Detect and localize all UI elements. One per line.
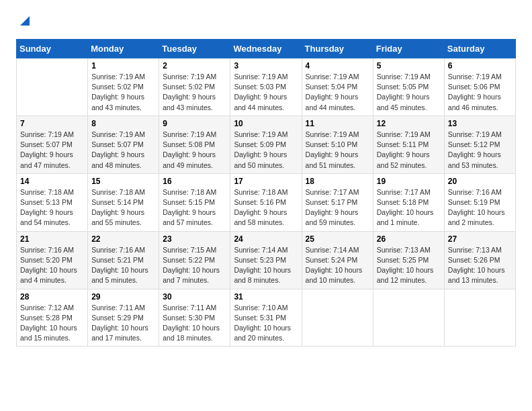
daylight-text: Daylight: 9 hours and 49 minutes. bbox=[163, 150, 216, 169]
sunrise-text: Sunrise: 7:19 AM bbox=[448, 130, 502, 138]
daylight-text: Daylight: 9 hours and 58 minutes. bbox=[234, 208, 287, 226]
sunrise-text: Sunrise: 7:19 AM bbox=[377, 73, 431, 81]
sunrise-text: Sunrise: 7:16 AM bbox=[91, 246, 145, 254]
day-number: 31 bbox=[234, 292, 298, 302]
calendar-cell: 9 Sunrise: 7:19 AM Sunset: 5:08 PM Dayli… bbox=[159, 116, 230, 173]
day-number: 17 bbox=[234, 177, 298, 186]
sunrise-text: Sunrise: 7:17 AM bbox=[306, 188, 359, 196]
calendar-week-row: 1 Sunrise: 7:19 AM Sunset: 5:02 PM Dayli… bbox=[17, 58, 516, 116]
day-number: 6 bbox=[448, 61, 512, 71]
day-info: Sunrise: 7:16 AM Sunset: 5:21 PM Dayligh… bbox=[91, 245, 155, 286]
page: SundayMondayTuesdayWednesdayThursdayFrid… bbox=[0, 0, 532, 357]
calendar-col-wednesday: Wednesday bbox=[230, 40, 302, 58]
sunrise-text: Sunrise: 7:15 AM bbox=[163, 246, 216, 254]
day-info: Sunrise: 7:19 AM Sunset: 5:04 PM Dayligh… bbox=[306, 72, 369, 113]
calendar-cell: 8 Sunrise: 7:19 AM Sunset: 5:07 PM Dayli… bbox=[88, 116, 159, 173]
daylight-text: Daylight: 10 hours and 7 minutes. bbox=[163, 266, 220, 284]
day-info: Sunrise: 7:19 AM Sunset: 5:07 PM Dayligh… bbox=[91, 130, 155, 171]
daylight-text: Daylight: 10 hours and 1 minute. bbox=[377, 208, 434, 226]
sunset-text: Sunset: 5:03 PM bbox=[234, 83, 286, 91]
daylight-text: Daylight: 9 hours and 44 minutes. bbox=[306, 93, 359, 111]
day-number: 30 bbox=[163, 292, 226, 302]
daylight-text: Daylight: 9 hours and 44 minutes. bbox=[234, 93, 287, 111]
sunset-text: Sunset: 5:22 PM bbox=[163, 256, 215, 264]
calendar-cell: 14 Sunrise: 7:18 AM Sunset: 5:13 PM Dayl… bbox=[17, 173, 88, 231]
sunset-text: Sunset: 5:16 PM bbox=[234, 198, 286, 206]
calendar-week-row: 14 Sunrise: 7:18 AM Sunset: 5:13 PM Dayl… bbox=[17, 173, 516, 231]
calendar-week-row: 7 Sunrise: 7:19 AM Sunset: 5:07 PM Dayli… bbox=[17, 116, 516, 173]
header bbox=[16, 13, 516, 28]
daylight-text: Daylight: 9 hours and 54 minutes. bbox=[20, 208, 73, 226]
daylight-text: Daylight: 10 hours and 4 minutes. bbox=[20, 266, 77, 284]
calendar-cell: 28 Sunrise: 7:12 AM Sunset: 5:28 PM Dayl… bbox=[17, 289, 88, 347]
day-number: 29 bbox=[91, 292, 155, 302]
day-number: 5 bbox=[377, 61, 441, 71]
calendar-col-thursday: Thursday bbox=[302, 40, 373, 58]
sunset-text: Sunset: 5:24 PM bbox=[306, 256, 358, 264]
calendar-week-row: 21 Sunrise: 7:16 AM Sunset: 5:20 PM Dayl… bbox=[17, 231, 516, 289]
sunset-text: Sunset: 5:31 PM bbox=[234, 314, 286, 322]
sunrise-text: Sunrise: 7:11 AM bbox=[91, 304, 145, 312]
sunrise-text: Sunrise: 7:13 AM bbox=[377, 246, 431, 254]
day-number: 4 bbox=[306, 61, 369, 71]
sunrise-text: Sunrise: 7:12 AM bbox=[20, 304, 74, 312]
sunrise-text: Sunrise: 7:11 AM bbox=[163, 304, 216, 312]
logo bbox=[16, 13, 34, 28]
sunset-text: Sunset: 5:02 PM bbox=[91, 83, 144, 91]
day-number: 16 bbox=[163, 177, 226, 186]
calendar-cell: 5 Sunrise: 7:19 AM Sunset: 5:05 PM Dayli… bbox=[373, 58, 444, 116]
day-number: 7 bbox=[20, 119, 84, 128]
sunrise-text: Sunrise: 7:18 AM bbox=[91, 188, 145, 196]
day-number: 20 bbox=[448, 177, 512, 186]
calendar-cell bbox=[444, 289, 515, 347]
sunset-text: Sunset: 5:07 PM bbox=[91, 140, 144, 148]
day-info: Sunrise: 7:19 AM Sunset: 5:09 PM Dayligh… bbox=[234, 130, 298, 171]
day-info: Sunrise: 7:18 AM Sunset: 5:13 PM Dayligh… bbox=[20, 187, 84, 228]
daylight-text: Daylight: 10 hours and 17 minutes. bbox=[91, 324, 148, 342]
day-number: 25 bbox=[306, 234, 369, 244]
daylight-text: Daylight: 9 hours and 45 minutes. bbox=[377, 93, 430, 111]
calendar-cell: 18 Sunrise: 7:17 AM Sunset: 5:17 PM Dayl… bbox=[302, 173, 373, 231]
day-number: 9 bbox=[163, 119, 226, 128]
sunset-text: Sunset: 5:25 PM bbox=[377, 256, 429, 264]
daylight-text: Daylight: 9 hours and 47 minutes. bbox=[20, 150, 73, 169]
daylight-text: Daylight: 10 hours and 20 minutes. bbox=[234, 324, 291, 342]
sunset-text: Sunset: 5:30 PM bbox=[163, 314, 215, 322]
sunrise-text: Sunrise: 7:14 AM bbox=[234, 246, 287, 254]
day-number: 10 bbox=[234, 119, 298, 128]
calendar-col-monday: Monday bbox=[88, 40, 159, 58]
day-info: Sunrise: 7:19 AM Sunset: 5:02 PM Dayligh… bbox=[163, 72, 226, 113]
calendar-col-saturday: Saturday bbox=[444, 40, 515, 58]
day-info: Sunrise: 7:19 AM Sunset: 5:11 PM Dayligh… bbox=[377, 130, 441, 171]
calendar-cell: 13 Sunrise: 7:19 AM Sunset: 5:12 PM Dayl… bbox=[444, 116, 515, 173]
calendar-cell: 11 Sunrise: 7:19 AM Sunset: 5:10 PM Dayl… bbox=[302, 116, 373, 173]
daylight-text: Daylight: 10 hours and 8 minutes. bbox=[234, 266, 291, 284]
daylight-text: Daylight: 9 hours and 53 minutes. bbox=[448, 150, 501, 169]
sunset-text: Sunset: 5:13 PM bbox=[20, 198, 73, 206]
day-info: Sunrise: 7:16 AM Sunset: 5:20 PM Dayligh… bbox=[20, 245, 84, 286]
daylight-text: Daylight: 10 hours and 15 minutes. bbox=[20, 324, 77, 342]
calendar-cell: 22 Sunrise: 7:16 AM Sunset: 5:21 PM Dayl… bbox=[88, 231, 159, 289]
calendar-cell: 16 Sunrise: 7:18 AM Sunset: 5:15 PM Dayl… bbox=[159, 173, 230, 231]
calendar-cell: 7 Sunrise: 7:19 AM Sunset: 5:07 PM Dayli… bbox=[17, 116, 88, 173]
day-number: 11 bbox=[306, 119, 369, 128]
sunset-text: Sunset: 5:23 PM bbox=[234, 256, 286, 264]
calendar-cell: 10 Sunrise: 7:19 AM Sunset: 5:09 PM Dayl… bbox=[230, 116, 302, 173]
daylight-text: Daylight: 9 hours and 46 minutes. bbox=[448, 93, 501, 111]
calendar-cell: 23 Sunrise: 7:15 AM Sunset: 5:22 PM Dayl… bbox=[159, 231, 230, 289]
calendar-cell: 17 Sunrise: 7:18 AM Sunset: 5:16 PM Dayl… bbox=[230, 173, 302, 231]
calendar-col-sunday: Sunday bbox=[17, 40, 88, 58]
day-info: Sunrise: 7:18 AM Sunset: 5:16 PM Dayligh… bbox=[234, 187, 298, 228]
day-number: 22 bbox=[91, 234, 155, 244]
day-info: Sunrise: 7:16 AM Sunset: 5:19 PM Dayligh… bbox=[448, 187, 512, 228]
logo-icon bbox=[17, 13, 32, 28]
sunset-text: Sunset: 5:14 PM bbox=[91, 198, 144, 206]
calendar-cell: 6 Sunrise: 7:19 AM Sunset: 5:06 PM Dayli… bbox=[444, 58, 515, 116]
day-info: Sunrise: 7:18 AM Sunset: 5:14 PM Dayligh… bbox=[91, 187, 155, 228]
day-info: Sunrise: 7:19 AM Sunset: 5:02 PM Dayligh… bbox=[91, 72, 155, 113]
sunset-text: Sunset: 5:02 PM bbox=[163, 83, 215, 91]
svg-marker-0 bbox=[20, 16, 30, 26]
day-number: 19 bbox=[377, 177, 441, 186]
sunrise-text: Sunrise: 7:19 AM bbox=[91, 130, 145, 138]
sunset-text: Sunset: 5:04 PM bbox=[306, 83, 358, 91]
